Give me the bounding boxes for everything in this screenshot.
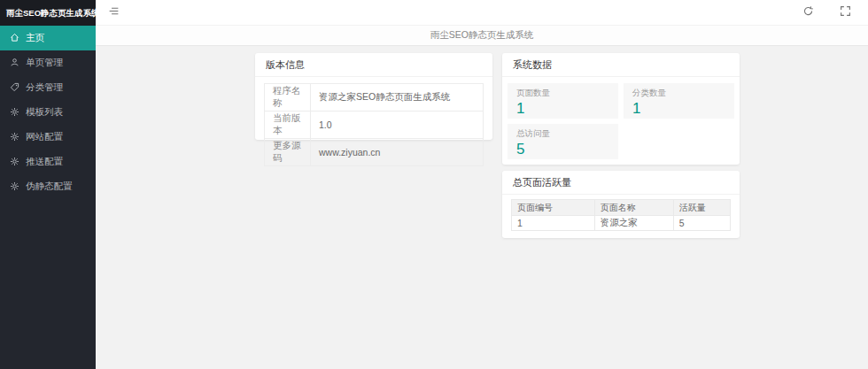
row-label: 程序名称	[265, 84, 311, 111]
cell-page-id: 1	[512, 216, 595, 231]
sidebar-item-label: 网站配置	[26, 131, 63, 143]
stat-label: 页面数量	[516, 88, 609, 99]
user-icon	[10, 58, 19, 69]
main-content: 版本信息 程序名称 资源之家SEO静态页面生成系统 当前版本 1.0 更多源码 …	[96, 46, 868, 369]
fullscreen-icon	[840, 4, 851, 20]
gear-icon	[10, 181, 19, 193]
stat-label: 总访问量	[516, 128, 609, 140]
stat-box-categories: 分类数量 1	[624, 83, 734, 119]
system-data-card: 系统数据 页面数量 1 分类数量 1 总访问量 5	[502, 53, 740, 165]
sidebar-item-label: 模板列表	[26, 106, 63, 119]
page-activity-card: 总页面活跃量 页面编号 页面名称 活跃量 1 资源之家 5	[502, 171, 740, 238]
sidebar-item-home[interactable]: 主页	[0, 26, 96, 50]
table-header-row: 页面编号 页面名称 活跃量	[512, 200, 731, 216]
table-row: 当前版本 1.0	[265, 111, 484, 139]
gear-icon	[10, 157, 19, 168]
gear-icon	[10, 107, 19, 119]
sidebar-item-label: 单页管理	[26, 57, 63, 69]
sidebar-item-static-config[interactable]: 伪静态配置	[0, 174, 96, 199]
card-title: 系统数据	[502, 53, 740, 77]
stat-value: 5	[516, 141, 609, 158]
tag-icon	[10, 82, 19, 94]
menu-toggle-button[interactable]	[101, 0, 126, 25]
sidebar-nav: 主页 单页管理 分类管理 模板列表 网站配置 推送配置 伪静态配置	[0, 26, 96, 199]
tab-bar: 雨尘SEO静态页生成系统	[96, 26, 868, 46]
row-label: 更多源码	[265, 139, 311, 166]
card-title: 版本信息	[255, 53, 492, 77]
app-title: 雨尘SEO静态页生成系统	[0, 0, 96, 26]
stat-value: 1	[516, 100, 609, 118]
table-row: 程序名称 资源之家SEO静态页面生成系统	[265, 84, 484, 111]
sidebar-item-template-list[interactable]: 模板列表	[0, 100, 96, 125]
card-title: 总页面活跃量	[502, 171, 740, 195]
sidebar-item-push-config[interactable]: 推送配置	[0, 150, 96, 174]
version-table: 程序名称 资源之家SEO静态页面生成系统 当前版本 1.0 更多源码 www.z…	[264, 83, 484, 166]
sidebar-item-label: 分类管理	[26, 81, 63, 94]
version-info-card: 版本信息 程序名称 资源之家SEO静态页面生成系统 当前版本 1.0 更多源码 …	[255, 53, 492, 140]
indent-icon	[108, 4, 120, 20]
sidebar-item-label: 主页	[26, 32, 44, 44]
row-value: www.ziyuan.cn	[311, 139, 484, 166]
cell-page-name: 资源之家	[594, 216, 673, 231]
row-label: 当前版本	[265, 111, 311, 139]
gear-icon	[10, 132, 19, 143]
stat-label: 分类数量	[632, 88, 725, 99]
sidebar-item-category[interactable]: 分类管理	[0, 75, 96, 100]
sidebar-item-label: 推送配置	[26, 156, 63, 168]
row-value: 1.0	[311, 111, 484, 139]
table-row: 更多源码 www.ziyuan.cn	[265, 139, 484, 166]
column-header: 页面名称	[594, 200, 673, 216]
table-row: 1 资源之家 5	[512, 216, 731, 231]
column-header: 活跃量	[673, 200, 730, 216]
sidebar: 雨尘SEO静态页生成系统 主页 单页管理 分类管理 模板列表 网站配置 推送配置	[0, 0, 96, 369]
stat-value: 1	[632, 100, 725, 118]
stat-box-visits: 总访问量 5	[508, 124, 618, 159]
activity-table: 页面编号 页面名称 活跃量 1 资源之家 5	[511, 199, 731, 231]
topbar	[96, 0, 868, 26]
refresh-icon	[802, 4, 814, 20]
row-value: 资源之家SEO静态页面生成系统	[311, 84, 484, 111]
sidebar-item-single-page[interactable]: 单页管理	[0, 50, 96, 75]
refresh-button[interactable]	[795, 0, 820, 25]
tab-home[interactable]: 雨尘SEO静态页生成系统	[418, 29, 546, 42]
column-header: 页面编号	[512, 200, 595, 216]
cell-page-views: 5	[673, 216, 730, 231]
fullscreen-button[interactable]	[833, 0, 857, 25]
sidebar-item-site-config[interactable]: 网站配置	[0, 125, 96, 150]
sidebar-item-label: 伪静态配置	[26, 181, 73, 193]
stat-box-pages: 页面数量 1	[508, 83, 618, 119]
home-icon	[10, 33, 19, 44]
